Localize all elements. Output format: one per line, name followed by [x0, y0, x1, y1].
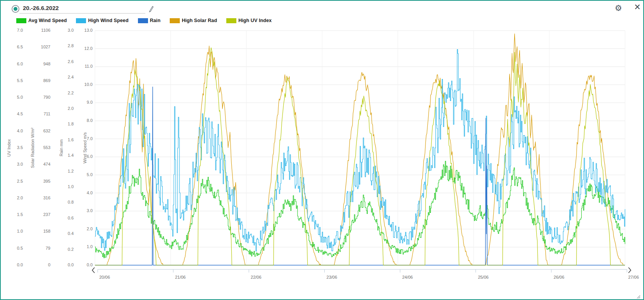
scroll-left-chevron[interactable]	[91, 267, 96, 274]
resize-grip-icon[interactable]	[635, 293, 641, 298]
scroll-right-chevron[interactable]	[627, 267, 632, 274]
chart-canvas[interactable]	[1, 1, 644, 300]
series-high-wind-speed	[95, 50, 625, 251]
chart-window: 20.-26.6.2022 ⚙ × Avg Wind SpeedHigh Win…	[0, 0, 644, 300]
